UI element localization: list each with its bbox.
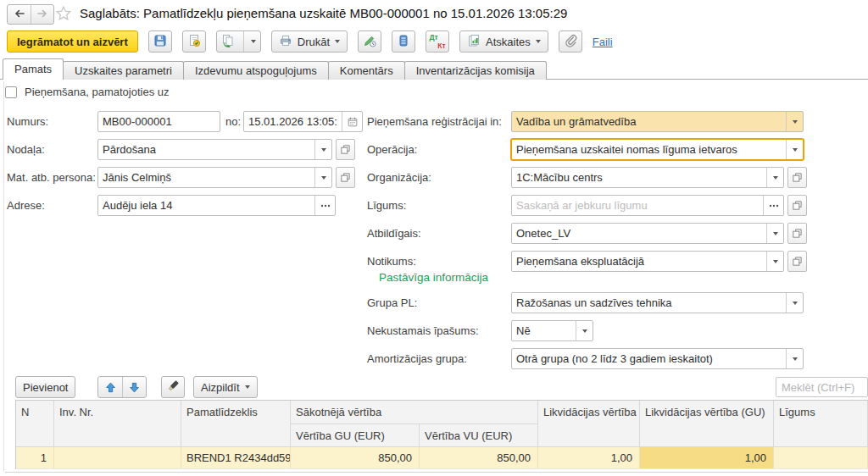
notikums-open-button[interactable] [787, 251, 807, 272]
row-cell-ligums[interactable] [774, 447, 868, 469]
amortizacijas-grupa-dropdown-button[interactable] [786, 349, 803, 368]
organizacija-field[interactable] [511, 167, 784, 188]
post-document-button[interactable] [182, 30, 206, 53]
nekustamais-ipasums-dropdown-button[interactable] [576, 321, 593, 340]
numurs-field[interactable] [97, 111, 220, 132]
back-arrow-icon [13, 7, 26, 23]
col-header-vertiba-gu: Vērtība GU (EUR) [291, 424, 420, 447]
mat-atb-persona-field[interactable] [97, 167, 332, 188]
atbildigais-open-button[interactable] [787, 223, 807, 244]
atbildigais-field[interactable] [511, 223, 784, 244]
mat-atb-persona-input[interactable] [98, 168, 314, 187]
nodala-input[interactable] [98, 140, 314, 159]
amortizacijas-grupa-field[interactable] [511, 348, 804, 369]
row-cell-vertiba-gu[interactable]: 850,00 [291, 447, 420, 469]
datums-field[interactable] [243, 111, 363, 132]
nodala-dropdown-button[interactable] [314, 140, 331, 159]
mat-atb-persona-dropdown-button[interactable] [314, 168, 331, 187]
row-cell-pamatlidzeklis[interactable]: BREND1 R2434dd598 DF… [181, 447, 291, 469]
row-cell-likvidacijas-vertiba-gu[interactable]: 1,00 [640, 447, 774, 469]
registracija-input[interactable] [512, 112, 786, 131]
datums-input[interactable] [244, 112, 342, 131]
operacija-input[interactable] [512, 140, 786, 159]
ligums-more-button[interactable] [763, 196, 783, 215]
adrese-field[interactable] [97, 195, 336, 216]
field-row-7: Grupa PL: [0, 292, 868, 313]
ligums-input[interactable] [512, 196, 763, 215]
chevron-down-icon [321, 176, 326, 180]
tab-inventarizacijas-komisija[interactable]: Inventarizācijas komisija [404, 61, 547, 80]
registracija-field[interactable] [511, 111, 804, 132]
organizacija-dropdown-button[interactable] [766, 168, 783, 187]
reports-button[interactable]: Atskaites [459, 30, 548, 53]
create-based-on-button[interactable] [216, 30, 261, 53]
document-window: Saglabāts: Pamatlīdzekļu pieņemšana uzsk… [0, 0, 868, 476]
grupa-pl-input[interactable] [512, 293, 786, 313]
nekustamais-ipasums-input[interactable] [512, 321, 576, 340]
marker-button[interactable] [161, 376, 185, 398]
add-row-button[interactable]: Pievienot [15, 376, 75, 398]
chevron-down-icon [773, 232, 778, 235]
adrese-more-button[interactable] [314, 196, 335, 215]
notikums-input[interactable] [512, 252, 766, 271]
adrese-input[interactable] [98, 196, 314, 215]
grupa-pl-dropdown-button[interactable] [786, 293, 803, 313]
table-search-input[interactable] [776, 377, 868, 397]
calendar-button[interactable] [342, 112, 362, 131]
grupa-pl-field[interactable] [511, 292, 804, 313]
tab-izdevumu-atspogulojums[interactable]: Izdevumu atspoguļojums [183, 61, 329, 80]
nodala-field[interactable] [97, 139, 332, 160]
basis-row: Pieņemšana, pamatojoties uz [5, 86, 170, 98]
registracija-label: Pieņemšana reģistrācijai in: [367, 111, 502, 132]
col-header-likvidacijas-vertiba: Likvidācijas vērtība [538, 401, 640, 447]
ligums-open-button[interactable] [787, 195, 807, 216]
files-link[interactable]: Faili [593, 36, 613, 48]
dtkt-button[interactable]: ДтКт [426, 30, 449, 53]
operacija-dropdown-button[interactable] [786, 140, 803, 159]
open-form-icon [792, 200, 803, 211]
row-cell-inv-nr[interactable] [54, 447, 181, 469]
tab-komentars[interactable]: Komentārs [328, 61, 405, 80]
notikums-dropdown-button[interactable] [766, 252, 783, 271]
print-button[interactable]: Drukāt [271, 30, 348, 53]
notikums-field[interactable] [511, 251, 784, 272]
tab-uzskaites-parametri[interactable]: Uzskaites parametri [63, 61, 184, 80]
operacija-field[interactable] [511, 139, 804, 160]
favorite-star-icon[interactable] [54, 4, 73, 23]
mat-atb-persona-open-button[interactable] [336, 167, 355, 188]
numurs-input[interactable] [98, 112, 220, 131]
basis-checkbox[interactable] [5, 86, 17, 98]
nekustamais-ipasums-field[interactable] [511, 320, 593, 341]
create-based-on-icon [221, 34, 235, 50]
attachments-button[interactable] [559, 30, 582, 53]
move-up-button[interactable] [98, 377, 122, 397]
mat-atb-persona-label: Mat. atb. persona: [7, 167, 96, 188]
marker-icon [166, 379, 180, 396]
atbildigais-input[interactable] [512, 224, 766, 243]
organizacija-open-button[interactable] [787, 167, 807, 188]
atbildigais-dropdown-button[interactable] [766, 224, 783, 243]
save-button[interactable] [148, 30, 172, 53]
tab-pamats[interactable]: Pamats [3, 58, 64, 80]
amortizacijas-grupa-input[interactable] [512, 349, 786, 368]
nodala-open-button[interactable] [336, 139, 355, 160]
register-records-button[interactable] [392, 30, 415, 53]
post-and-close-button[interactable]: Iegrāmatot un aizvērt [7, 30, 138, 53]
row-cell-likvidacijas-vertiba[interactable]: 1,00 [538, 447, 640, 469]
col-header-n: N [16, 401, 54, 447]
organizacija-input[interactable] [512, 168, 766, 187]
paperclip-icon [564, 34, 577, 50]
forward-button[interactable] [31, 5, 53, 24]
edit-schedule-button[interactable] [358, 30, 381, 53]
registracija-dropdown-button[interactable] [786, 112, 803, 131]
move-down-button[interactable] [122, 377, 146, 397]
field-row-1: Numurs: no: Pieņemšana reģistrācijai in: [0, 111, 868, 132]
fill-button[interactable]: Aizpildīt [193, 376, 258, 398]
ligums-field[interactable] [511, 195, 784, 216]
row-cell-vertiba-vu[interactable]: 850,00 [420, 447, 538, 469]
pencil-clock-icon [363, 34, 376, 50]
registers-icon [397, 34, 410, 50]
back-button[interactable] [8, 5, 31, 24]
row-cell-n[interactable]: 1 [16, 447, 54, 469]
chevron-down-icon [793, 148, 798, 152]
